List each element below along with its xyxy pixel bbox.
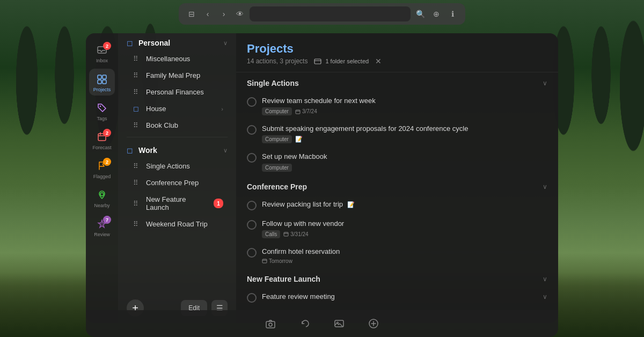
work-group-header[interactable]: ◻ Work ∨: [118, 141, 236, 158]
sidebar-item-forecast[interactable]: 2 Forecast: [89, 127, 115, 153]
sidebar-item-projects[interactable]: Projects: [89, 69, 115, 96]
share-button[interactable]: ⊕: [430, 8, 443, 20]
task-date-6: Tomorrow: [262, 258, 292, 264]
task-tag-5: Calls: [262, 230, 280, 238]
camera-button[interactable]: [261, 314, 280, 333]
svg-rect-2: [103, 75, 106, 79]
house-chevron-icon: ›: [221, 106, 223, 112]
undo-button[interactable]: [296, 314, 314, 333]
task-checkbox-1[interactable]: [247, 97, 257, 107]
svg-point-7: [100, 193, 104, 196]
sidebar-item-personal-finances[interactable]: ⠿ Personal Finances: [122, 84, 232, 100]
task-meta-1: Computer 3/7/24: [262, 107, 547, 115]
sidebar-item-inbox[interactable]: 2 Inbox: [89, 40, 115, 67]
personal-folder-icon: ◻: [127, 39, 133, 47]
forward-button[interactable]: ›: [217, 8, 230, 20]
svg-rect-3: [98, 80, 101, 84]
image-button[interactable]: [330, 314, 348, 333]
sidebar-item-miscellaneous[interactable]: ⠿ Miscellaneous: [122, 50, 232, 67]
projects-panel: Projects 14 actions, 3 projects 1 folder…: [236, 33, 558, 323]
task-content-2: Submit speaking engagement proposals for…: [262, 124, 547, 143]
task-checkbox-3[interactable]: [247, 153, 257, 163]
svg-rect-12: [266, 321, 275, 328]
task-content-4: Review packing list for trip 📝: [262, 200, 547, 209]
task-follow-up-vendor[interactable]: Follow up with new vendor Calls 3/31/24: [236, 215, 558, 243]
task-content-6: Confirm hotel reservation Tomorrow: [262, 247, 547, 264]
task-meta-6: Tomorrow: [262, 258, 547, 264]
task-checkbox-7[interactable]: [247, 293, 257, 303]
task-meta-5: Calls 3/31/24: [262, 230, 547, 238]
sidebar-item-review[interactable]: 7 Review: [89, 214, 115, 240]
projects-content: Single Actions ∨ Review team schedule fo…: [236, 72, 558, 323]
reader-button[interactable]: 👁: [233, 8, 246, 20]
task-confirm-hotel[interactable]: Confirm hotel reservation Tomorrow: [236, 243, 558, 268]
svg-rect-11: [262, 259, 267, 263]
forecast-label: Forecast: [92, 145, 111, 150]
tags-icon: [95, 101, 109, 115]
svg-point-13: [269, 323, 272, 326]
sidebar-item-single-actions[interactable]: ⠿ Single Actions: [122, 158, 232, 174]
task-set-up-macbook[interactable]: Set up new Macbook Computer: [236, 148, 558, 175]
task-feature-review-meeting[interactable]: Feature review meeting ∨: [236, 288, 558, 307]
sidebar-item-weekend-road-trip[interactable]: ⠿ Weekend Road Trip: [122, 216, 232, 232]
svg-rect-9: [296, 110, 300, 114]
task-checkbox-6[interactable]: [247, 248, 257, 258]
projects-close-button[interactable]: ✕: [375, 57, 382, 65]
task-review-packing[interactable]: Review packing list for trip 📝: [236, 195, 558, 215]
sidebar-item-house[interactable]: ◻ House ›: [122, 100, 232, 117]
sidebar-item-family-meal-prep[interactable]: ⠿ Family Meal Prep: [122, 67, 232, 84]
sidebar-item-tags[interactable]: Tags: [89, 98, 115, 124]
new-feature-launch-badge: 1: [214, 199, 223, 208]
sidebar-item-conference-prep[interactable]: ⠿ Conference Prep: [122, 174, 232, 191]
task-review-team-schedule[interactable]: Review team schedule for next week Compu…: [236, 92, 558, 120]
task-checkbox-2[interactable]: [247, 125, 257, 135]
house-folder-icon: ◻: [131, 105, 141, 113]
search-button[interactable]: 🔍: [414, 8, 427, 20]
work-group-chevron-icon: ∨: [223, 147, 228, 154]
task-date-5: 3/31/24: [283, 231, 308, 237]
personal-finances-drag-icon: ⠿: [131, 88, 141, 96]
task-checkbox-5[interactable]: [247, 220, 257, 230]
new-feature-launch-section-header[interactable]: New Feature Launch ∨: [236, 268, 558, 288]
task-checkbox-4[interactable]: [247, 201, 257, 210]
single-actions-drag-icon: ⠿: [131, 162, 141, 170]
task-content-3: Set up new Macbook Computer: [262, 152, 547, 171]
back-button[interactable]: ‹: [201, 8, 214, 20]
projects-icon: [95, 72, 109, 86]
forecast-badge: 2: [103, 129, 111, 137]
sidebar-item-flagged[interactable]: 2 Flagged: [89, 156, 115, 182]
projects-folder-badge: 1 folder selected: [314, 57, 369, 65]
nearby-icon: [95, 188, 109, 202]
address-bar[interactable]: [250, 6, 411, 21]
review-badge: 7: [103, 216, 111, 224]
conference-prep-section-header[interactable]: Conference Prep ∨: [236, 176, 558, 195]
task-expand-chevron-icon[interactable]: ∨: [543, 293, 547, 301]
sidebar-item-new-feature-launch[interactable]: ⠿ New Feature Launch 1: [122, 191, 232, 216]
new-feature-launch-drag-icon: ⠿: [131, 200, 141, 208]
single-actions-section-header[interactable]: Single Actions ∨: [236, 72, 558, 92]
svg-rect-4: [103, 80, 106, 84]
personal-group-header[interactable]: ◻ Personal ∨: [118, 33, 236, 50]
review-icon: 7: [95, 217, 109, 231]
add-button[interactable]: [364, 314, 383, 333]
sidebar-toggle-button[interactable]: ⊟: [185, 8, 198, 20]
personal-finances-label: Personal Finances: [146, 88, 223, 96]
more-button[interactable]: ℹ: [446, 8, 459, 20]
task-content-7: Feature review meeting: [262, 292, 537, 302]
projects-action-count: 14 actions, 3 projects: [247, 57, 308, 65]
task-tag-3: Computer: [262, 164, 292, 172]
task-title-4: Review packing list for trip 📝: [262, 200, 547, 209]
nearby-label: Nearby: [94, 203, 109, 208]
sidebar-item-book-club[interactable]: ⠿ Book Club: [122, 117, 232, 134]
conference-prep-drag-icon: ⠿: [131, 179, 141, 187]
task-submit-speaking[interactable]: Submit speaking engagement proposals for…: [236, 120, 558, 148]
new-feature-launch-chevron-icon: ∨: [543, 275, 547, 283]
icon-sidebar: 2 Inbox Projects Tags: [86, 33, 118, 323]
projects-header: Projects 14 actions, 3 projects 1 folder…: [236, 33, 558, 72]
task-date-1: 3/7/24: [295, 108, 317, 114]
task-title-7: Feature review meeting: [262, 292, 537, 302]
weekend-road-trip-label: Weekend Road Trip: [146, 220, 223, 228]
sidebar-item-nearby[interactable]: Nearby: [89, 185, 115, 211]
tags-label: Tags: [97, 116, 107, 121]
main-sidebar: ◻ Personal ∨ ⠿ Miscellaneous ⠿ Family Me…: [118, 33, 236, 323]
